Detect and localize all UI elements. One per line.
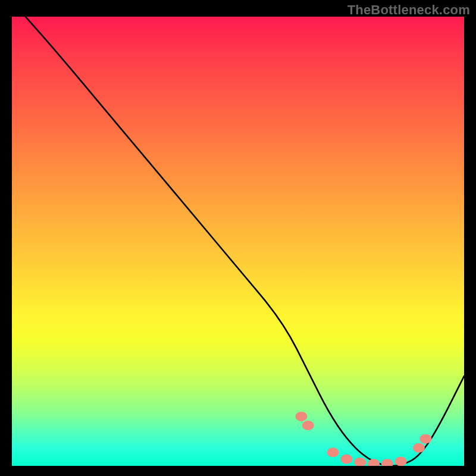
marker-dot bbox=[413, 443, 425, 453]
curve-line bbox=[26, 17, 464, 466]
marker-dot bbox=[395, 456, 407, 466]
plot-area bbox=[12, 17, 464, 466]
marker-dot bbox=[327, 447, 339, 457]
marker-dot bbox=[302, 421, 314, 430]
marker-dot bbox=[381, 459, 393, 466]
marker-dot bbox=[419, 434, 431, 444]
marker-dot bbox=[354, 458, 366, 466]
chart-svg bbox=[12, 17, 464, 466]
chart-canvas: TheBottleneck.com bbox=[0, 0, 476, 476]
marker-dots bbox=[295, 412, 431, 466]
attribution-label: TheBottleneck.com bbox=[347, 2, 470, 18]
marker-dot bbox=[295, 412, 307, 421]
marker-dot bbox=[340, 455, 352, 464]
